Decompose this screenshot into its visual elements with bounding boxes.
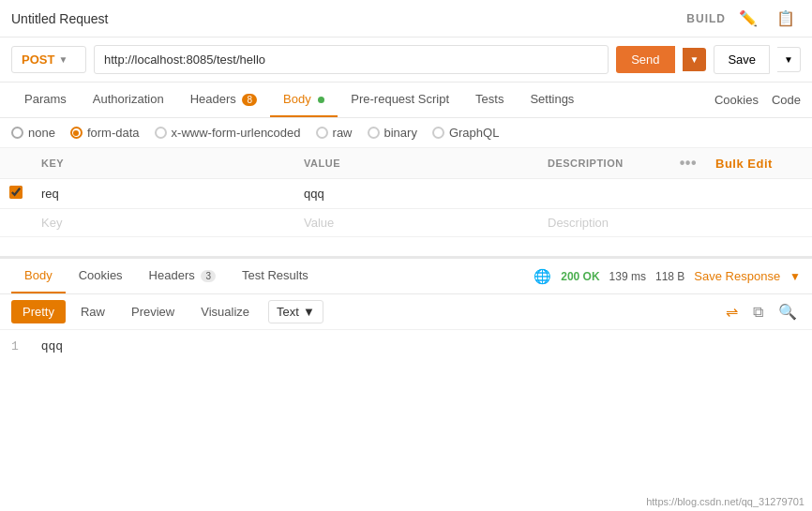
globe-icon[interactable]: 🌐: [534, 268, 551, 285]
body-type-binary[interactable]: binary: [368, 126, 417, 140]
response-tabs: Body Cookies Headers 3 Test Results 🌐 20…: [0, 259, 812, 294]
radio-none-icon: [11, 127, 23, 139]
row-desc-cell: [538, 179, 670, 209]
body-type-form-data[interactable]: form-data: [70, 126, 140, 140]
tab-pre-request-script[interactable]: Pre-request Script: [338, 83, 462, 117]
send-button[interactable]: Send: [616, 46, 674, 73]
tab-headers[interactable]: Headers 8: [177, 83, 270, 117]
body-type-raw[interactable]: raw: [316, 126, 353, 140]
tab-body[interactable]: Body: [270, 83, 338, 117]
headers-resp-badge: 3: [201, 270, 216, 282]
tab-tests[interactable]: Tests: [462, 83, 517, 117]
cookies-link[interactable]: Cookies: [714, 83, 759, 116]
placeholder-more-cell: [670, 209, 706, 237]
fmt-tab-preview[interactable]: Preview: [120, 300, 186, 323]
line-number: 1: [11, 339, 19, 353]
response-body: 1 qqq: [0, 330, 812, 363]
table-row: req qqq: [0, 179, 812, 209]
body-type-options: none form-data x-www-form-urlencoded raw…: [0, 118, 812, 148]
build-button[interactable]: BUILD: [686, 12, 726, 25]
tab-params[interactable]: Params: [11, 83, 80, 117]
placeholder-value-cell[interactable]: Value: [294, 209, 538, 237]
col-value-header: VALUE: [294, 148, 538, 179]
resp-tab-test-results[interactable]: Test Results: [229, 259, 322, 293]
row-value-cell: qqq: [294, 179, 538, 209]
col-bulk-edit: Bulk Edit: [706, 148, 812, 179]
col-key-header: KEY: [32, 148, 294, 179]
url-input[interactable]: [94, 45, 609, 74]
status-code: 200 OK: [561, 270, 599, 283]
save-response-button[interactable]: Save Response: [694, 269, 780, 283]
response-status-bar: 🌐 200 OK 139 ms 118 B Save Response ▼: [534, 268, 801, 285]
method-select[interactable]: POST ▼: [11, 46, 86, 73]
send-dropdown-button[interactable]: ▼: [683, 48, 707, 71]
page-title: Untitled Request: [11, 11, 109, 26]
search-icon-button[interactable]: 🔍: [774, 301, 801, 323]
doc-icon-button[interactable]: 📋: [771, 8, 801, 29]
radio-form-data-icon: [70, 127, 83, 139]
placeholder-key-cell[interactable]: Key: [32, 209, 294, 237]
response-section: Body Cookies Headers 3 Test Results 🌐 20…: [0, 256, 812, 363]
top-right-actions: BUILD ✏️ 📋: [686, 8, 801, 29]
edit-icon-button[interactable]: ✏️: [733, 8, 763, 29]
col-desc-header: DESCRIPTION: [538, 148, 670, 179]
save-dropdown-button[interactable]: ▼: [777, 47, 801, 72]
tab-settings[interactable]: Settings: [517, 83, 587, 117]
body-type-none[interactable]: none: [11, 126, 55, 140]
header-right-links: Cookies Code: [714, 83, 801, 116]
resp-tab-cookies[interactable]: Cookies: [66, 259, 136, 293]
save-button[interactable]: Save: [714, 45, 770, 74]
radio-raw-icon: [316, 127, 328, 139]
row-checkbox-cell: [0, 179, 32, 209]
headers-badge: 8: [242, 94, 257, 106]
format-tabs: Pretty Raw Preview Visualize Text ▼ ⇌ ⧉ …: [0, 294, 812, 330]
fmt-tab-visualize[interactable]: Visualize: [189, 300, 261, 323]
method-arrow-icon: ▼: [58, 54, 68, 65]
tab-authorization[interactable]: Authorization: [80, 83, 177, 117]
save-response-arrow[interactable]: ▼: [789, 270, 801, 283]
wrap-icon-button[interactable]: ⇌: [722, 301, 742, 323]
format-right-actions: ⇌ ⧉ 🔍: [722, 301, 801, 323]
row-extra-cell: [706, 179, 812, 209]
copy-icon-button[interactable]: ⧉: [749, 301, 767, 323]
resp-tab-headers[interactable]: Headers 3: [136, 259, 229, 293]
response-time: 139 ms: [609, 270, 646, 283]
more-options-icon[interactable]: •••: [680, 155, 697, 171]
url-bar: POST ▼ Send ▼ Save ▼: [0, 38, 812, 83]
col-more-header: •••: [670, 148, 706, 179]
text-format-select[interactable]: Text ▼: [268, 300, 323, 323]
radio-graphql-icon: [432, 127, 444, 139]
body-type-urlencoded[interactable]: x-www-form-urlencoded: [155, 126, 301, 140]
row-more-cell: [670, 179, 706, 209]
text-select-arrow-icon: ▼: [303, 305, 315, 319]
top-bar: Untitled Request BUILD ✏️ 📋: [0, 0, 812, 38]
table-row-placeholder: Key Value Description: [0, 209, 812, 237]
placeholder-desc-cell[interactable]: Description: [538, 209, 670, 237]
col-check: [0, 148, 32, 179]
radio-urlencoded-icon: [155, 127, 167, 139]
radio-binary-icon: [368, 127, 380, 139]
bulk-edit-button[interactable]: Bulk Edit: [715, 157, 773, 171]
code-link[interactable]: Code: [772, 83, 801, 116]
body-active-dot: [318, 97, 324, 103]
request-tabs: Params Authorization Headers 8 Body Pre-…: [0, 83, 812, 118]
placeholder-extra-cell: [706, 209, 812, 237]
resp-tab-body[interactable]: Body: [11, 259, 66, 293]
fmt-tab-pretty[interactable]: Pretty: [11, 300, 66, 323]
params-table: KEY VALUE DESCRIPTION ••• Bulk Edit req: [0, 148, 812, 237]
fmt-tab-raw[interactable]: Raw: [69, 300, 116, 323]
row-checkbox[interactable]: [9, 186, 23, 199]
response-size: 118 B: [655, 270, 684, 283]
response-value: qqq: [41, 339, 63, 353]
row-key-cell: req: [32, 179, 294, 209]
placeholder-check-cell: [0, 209, 32, 237]
body-type-graphql[interactable]: GraphQL: [432, 126, 499, 140]
